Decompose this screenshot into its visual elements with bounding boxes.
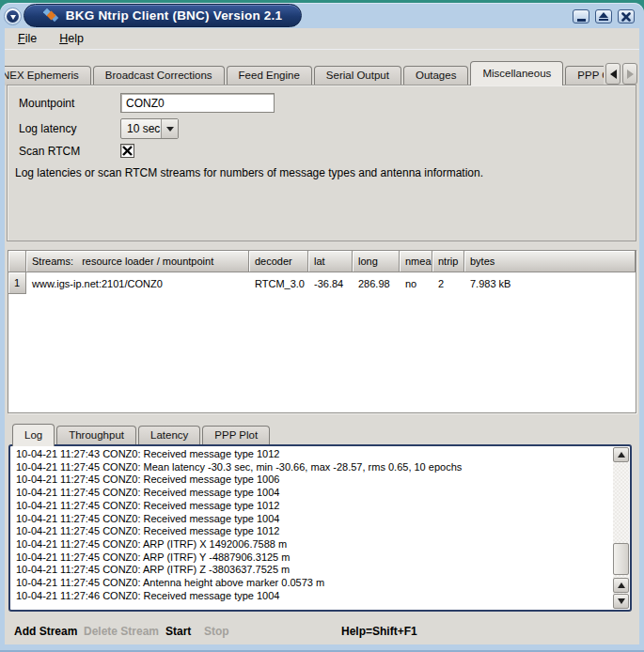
add-stream-button[interactable]: Add Stream: [14, 625, 77, 638]
arrow-up-icon: [618, 452, 625, 458]
log-latency-label: Log latency: [19, 122, 120, 135]
header-nmea: nmea: [400, 251, 432, 272]
scan-rtcm-label: Scan RTCM: [19, 145, 120, 158]
window-title: BKG Ntrip Client (BNC) Version 2.1: [66, 8, 282, 23]
mountpoint-input[interactable]: [120, 93, 275, 113]
help-shortcut-label: Help=Shift+F1: [341, 625, 417, 638]
output-tabbar: Log Throughput Latency PPP Plot: [12, 424, 272, 445]
title-capsule: BKG Ntrip Client (BNC) Version 2.1: [24, 4, 302, 27]
header-rownum: [8, 251, 26, 272]
log-line: 10-04-21 11:27:45 CONZ0: ARP (ITRF) Y -4…: [16, 551, 609, 565]
log-line: 10-04-21 11:27:45 CONZ0: Received messag…: [16, 525, 609, 538]
tab-ppp-client[interactable]: PPP Client: [565, 66, 604, 85]
log-line: 10-04-21 11:27:45 CONZ0: ARP (ITRF) Z -3…: [16, 564, 609, 577]
log-latency-select[interactable]: 10 sec: [120, 118, 179, 139]
log-latency-row: Log latency 10 sec: [19, 118, 179, 139]
scroll-up-button[interactable]: [613, 447, 629, 462]
cell-mountpoint: www.igs-ip.net:2101/CONZ0: [26, 272, 249, 294]
mountpoint-label: Mountpoint: [19, 97, 120, 110]
log-line: 10-04-21 11:27:45 CONZ0: Received messag…: [16, 473, 609, 487]
tab-latency[interactable]: Latency: [138, 426, 200, 445]
log-line: 10-04-21 11:27:45 CONZ0: Received messag…: [16, 500, 609, 513]
header-mountpoint: Streams: resource loader / mountpoint: [26, 251, 249, 272]
scroll-down-button[interactable]: [613, 594, 629, 609]
header-lat: lat: [308, 251, 353, 272]
app-window: BKG Ntrip Client (BNC) Version 2.1 File …: [0, 3, 644, 652]
log-latency-value: 10 sec: [121, 122, 161, 135]
tab-throughput[interactable]: Throughput: [56, 426, 136, 445]
panel-description: Log latencies or scan RTCM streams for n…: [15, 166, 626, 179]
scrollbar-thumb[interactable]: [613, 543, 629, 575]
log-line: 10-04-21 11:27:43 CONZ0: Received messag…: [16, 448, 609, 461]
scroll-up-button-bottom[interactable]: [613, 578, 629, 593]
log-scrollbar[interactable]: [613, 447, 629, 609]
tab-ppp-plot[interactable]: PPP Plot: [202, 426, 270, 445]
window-menu-button[interactable]: [4, 8, 22, 25]
tab-scroll-left-button[interactable]: [605, 63, 620, 85]
cell-decoder: RTCM_3.0: [249, 272, 308, 294]
minimize-button[interactable]: [573, 9, 589, 23]
combo-dropdown-button[interactable]: [161, 119, 178, 138]
header-decoder: decoder: [249, 251, 308, 272]
tab-miscellaneous[interactable]: Miscellaneous: [470, 61, 563, 85]
start-button[interactable]: Start: [165, 625, 191, 638]
header-long: long: [353, 251, 400, 272]
tab-outages[interactable]: Outages: [403, 66, 468, 85]
cell-bytes: 7.983 kB: [464, 272, 636, 294]
tab-scroll-buttons: [605, 63, 637, 85]
minimize-icon: [577, 19, 586, 22]
chevron-down-icon: [10, 15, 16, 20]
close-icon: [621, 12, 631, 22]
header-ntrip: ntrip: [432, 251, 464, 272]
arrow-down-icon: [618, 598, 625, 604]
main-content: NEX Ephemeris Broadcast Corrections Feed…: [5, 50, 639, 644]
maximize-icon: [599, 12, 608, 21]
scan-rtcm-checkbox[interactable]: [120, 144, 134, 158]
footer-bar: Add Stream Delete Stream Start Stop Help…: [5, 625, 639, 647]
window-menu-circle: [7, 10, 19, 23]
miscellaneous-panel: Mountpoint Log latency 10 sec Scan RTCM: [7, 85, 636, 241]
log-line: 10-04-21 11:27:45 CONZ0: Antenna height …: [16, 577, 609, 590]
cell-rownum: 1: [8, 272, 26, 294]
chevron-down-icon: [166, 127, 174, 132]
delete-stream-button[interactable]: Delete Stream: [84, 625, 159, 638]
config-tabrow: NEX Ephemeris Broadcast Corrections Feed…: [5, 59, 604, 85]
cell-nmea: no: [400, 272, 432, 294]
arrow-up-icon: [618, 582, 625, 588]
tab-rinex-ephemeris[interactable]: NEX Ephemeris: [5, 66, 91, 85]
cell-ntrip: 2: [432, 272, 464, 294]
cell-long: 286.98: [353, 272, 400, 294]
tab-log[interactable]: Log: [12, 424, 55, 446]
tab-scroll-right-button[interactable]: [622, 63, 637, 85]
close-button[interactable]: [618, 9, 635, 23]
scan-rtcm-row: Scan RTCM: [19, 144, 134, 158]
tab-feed-engine[interactable]: Feed Engine: [227, 66, 312, 85]
tab-serial-output[interactable]: Serial Output: [314, 66, 401, 85]
log-line: 10-04-21 11:27:45 CONZ0: ARP (ITRF) X 14…: [16, 538, 609, 551]
log-line: 10-04-21 11:27:45 CONZ0: Received messag…: [16, 513, 609, 526]
log-line: 10-04-21 11:27:46 CONZ0: Received messag…: [16, 590, 609, 603]
menubar: File Help: [5, 28, 639, 50]
log-line: 10-04-21 11:27:45 CONZ0: Mean latency -3…: [16, 461, 609, 474]
titlebar[interactable]: BKG Ntrip Client (BNC) Version 2.1: [0, 3, 644, 28]
maximize-button[interactable]: [595, 9, 612, 23]
arrow-left-icon: [610, 70, 617, 79]
arrow-right-icon: [627, 70, 634, 79]
checkbox-checked-icon: [122, 146, 133, 156]
menu-file[interactable]: File: [12, 30, 42, 47]
log-lines: 10-04-21 11:27:43 CONZ0: Received messag…: [16, 448, 609, 608]
desktop: { "window": { "title": "BKG Ntrip Client…: [0, 0, 644, 652]
log-line: 10-04-21 11:27:45 CONZ0: Received messag…: [16, 487, 609, 500]
table-row[interactable]: 1 www.igs-ip.net:2101/CONZ0 RTCM_3.0 -36…: [8, 272, 636, 294]
stop-button[interactable]: Stop: [204, 625, 229, 638]
streams-table: Streams: resource loader / mountpoint de…: [8, 250, 636, 413]
log-viewport[interactable]: 10-04-21 11:27:43 CONZ0: Received messag…: [8, 444, 632, 612]
window-controls: [573, 9, 635, 23]
config-tabbar: NEX Ephemeris Broadcast Corrections Feed…: [5, 59, 604, 85]
mountpoint-row: Mountpoint: [19, 93, 275, 113]
menu-help[interactable]: Help: [54, 30, 89, 47]
tab-broadcast-corrections[interactable]: Broadcast Corrections: [93, 66, 225, 85]
bnc-logo-icon: [43, 8, 59, 23]
cell-lat: -36.84: [308, 272, 353, 294]
header-bytes: bytes: [464, 251, 636, 272]
